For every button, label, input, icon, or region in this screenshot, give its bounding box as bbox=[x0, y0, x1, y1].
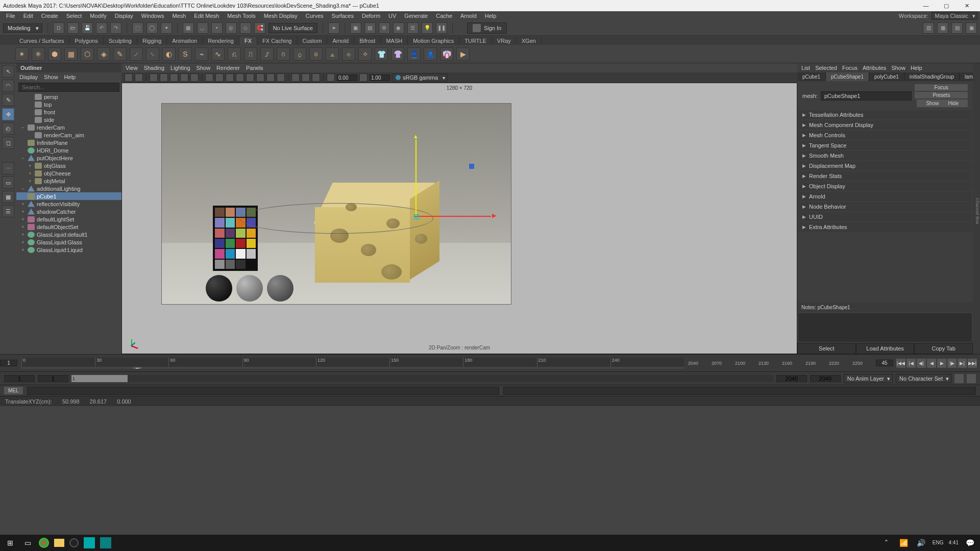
shelf-tab-polygons[interactable]: Polygons bbox=[69, 37, 103, 45]
shelf-icon-6[interactable]: ✎ bbox=[113, 47, 127, 61]
menu-curves[interactable]: Curves bbox=[302, 12, 328, 19]
outliner-item-top[interactable]: top bbox=[16, 101, 121, 108]
snap-center-icon[interactable]: ◎ bbox=[226, 22, 237, 34]
menu-arnold[interactable]: Arnold bbox=[456, 12, 481, 19]
shelf-icon-10[interactable]: S bbox=[179, 47, 192, 61]
menu-edit-mesh[interactable]: Edit Mesh bbox=[190, 12, 223, 19]
anim-layer-dropdown[interactable]: No Anim Layer bbox=[844, 374, 893, 383]
vp-ao-icon[interactable] bbox=[256, 73, 264, 82]
taskbar-clock[interactable]: 4:41 bbox=[949, 540, 959, 545]
shelf-tab-xgen[interactable]: XGen bbox=[517, 37, 542, 45]
paint-select-icon[interactable]: ✦ bbox=[161, 22, 172, 34]
outliner-item-objglass[interactable]: +objGlass bbox=[16, 162, 121, 169]
lasso-tool-icon[interactable]: ◠ bbox=[2, 80, 14, 92]
ae-action-copy-tab[interactable]: Copy Tab bbox=[914, 343, 973, 354]
ae-notes-textarea[interactable] bbox=[798, 313, 972, 342]
task-view-icon[interactable]: ▭ bbox=[21, 537, 34, 549]
vp-camera-icon[interactable] bbox=[125, 73, 133, 82]
panel-layout-icon-2[interactable]: ▦ bbox=[937, 22, 948, 34]
shelf-tab-bifrost[interactable]: Bifrost bbox=[354, 37, 381, 45]
command-input[interactable] bbox=[27, 387, 500, 395]
ae-presets-button[interactable]: Presets bbox=[915, 92, 968, 98]
outliner-item-glassliquid-liquid[interactable]: +GlassLiquid:Liquid bbox=[16, 246, 121, 254]
step-back-key-icon[interactable]: |◀ bbox=[906, 359, 916, 368]
ae-section-tessellation-attributes[interactable]: ▶Tessellation Attributes bbox=[798, 110, 972, 119]
tray-net-icon[interactable]: 📶 bbox=[898, 537, 910, 549]
outliner-menu-help[interactable]: Help bbox=[64, 74, 76, 80]
obs-icon[interactable] bbox=[69, 538, 79, 547]
ae-menu-selected[interactable]: Selected bbox=[815, 65, 837, 71]
hypershade-icon[interactable]: ◉ bbox=[393, 22, 404, 34]
outliner-item-defaultlightset[interactable]: +defaultLightSet bbox=[16, 215, 121, 223]
ae-section-smooth-mesh[interactable]: ▶Smooth Mesh bbox=[798, 151, 972, 160]
timeline-ruler[interactable]: 0306090120150180210240 45 bbox=[21, 358, 684, 369]
ae-section-extra-attributes[interactable]: ▶Extra Attributes bbox=[798, 222, 972, 232]
menu-display[interactable]: Display bbox=[111, 12, 137, 19]
viewport-menu-renderer[interactable]: Renderer bbox=[216, 65, 240, 71]
range-track[interactable]: 1 bbox=[71, 375, 773, 382]
outliner-item-additionallighting[interactable]: −additionalLighting bbox=[16, 185, 121, 192]
ae-menu-help[interactable]: Help bbox=[911, 65, 922, 71]
menu-file[interactable]: File bbox=[2, 12, 19, 19]
vp-image-plane-icon[interactable] bbox=[190, 73, 199, 82]
panel-layout-icon-4[interactable]: ▣ bbox=[966, 22, 977, 34]
ae-tab-pcubeshape1[interactable]: pCubeShape1 bbox=[826, 72, 869, 81]
scale-tool-icon[interactable]: ◻ bbox=[2, 137, 14, 149]
outliner-tree[interactable]: persptopfrontside−renderCamrenderCam_aim… bbox=[16, 93, 121, 354]
shelf-icon-2[interactable]: ⬢ bbox=[48, 47, 61, 61]
outliner-item-rendercam[interactable]: −renderCam bbox=[16, 123, 121, 131]
menu-cache[interactable]: Cache bbox=[432, 12, 456, 19]
undo-icon[interactable]: ↶ bbox=[96, 22, 107, 34]
ae-menu-focus[interactable]: Focus bbox=[842, 65, 857, 71]
shelf-tab-turtle[interactable]: TURTLE bbox=[459, 37, 492, 45]
shelf-icon-26[interactable]: 👘 bbox=[440, 47, 453, 61]
chrome-icon[interactable] bbox=[39, 538, 49, 548]
shelf-icon-8[interactable]: ⟍ bbox=[146, 47, 159, 61]
shelf-tab-rigging[interactable]: Rigging bbox=[137, 37, 167, 45]
ae-section-mesh-controls[interactable]: ▶Mesh Controls bbox=[798, 131, 972, 140]
vp-bookmark-icon[interactable] bbox=[135, 73, 143, 82]
ae-section-node-behavior[interactable]: ▶Node Behavior bbox=[798, 202, 972, 211]
select-mode-icon[interactable]: ⬚ bbox=[132, 22, 143, 34]
panel-layout-icon-1[interactable]: ▥ bbox=[923, 22, 934, 34]
outliner-toggle-icon[interactable]: ☰ bbox=[2, 205, 14, 217]
ipr-icon[interactable]: ▤ bbox=[364, 22, 376, 34]
outliner-item-pcube1[interactable]: pCube1 bbox=[16, 192, 121, 200]
prefs-icon[interactable] bbox=[967, 374, 976, 383]
viewport-menu-lighting[interactable]: Lighting bbox=[170, 65, 190, 71]
vp-grid-icon[interactable] bbox=[180, 73, 188, 82]
step-fwd-key-icon[interactable]: ▶| bbox=[958, 359, 967, 368]
menu-generate[interactable]: Generate bbox=[400, 12, 432, 19]
shelf-icon-0[interactable]: ✴ bbox=[15, 47, 29, 61]
shelf-icon-15[interactable]: ⎎ bbox=[260, 47, 274, 61]
shelf-icon-24[interactable]: 👖 bbox=[407, 47, 421, 61]
menu-edit[interactable]: Edit bbox=[19, 12, 37, 19]
vp-exposure-icon[interactable] bbox=[327, 73, 335, 82]
ae-action-load-attributes[interactable]: Load Attributes bbox=[856, 343, 915, 354]
menu-mesh-tools[interactable]: Mesh Tools bbox=[223, 12, 259, 19]
shelf-icon-20[interactable]: ⟐ bbox=[342, 47, 355, 61]
play-back-icon[interactable]: ◀ bbox=[927, 359, 936, 368]
shelf-icon-9[interactable]: ◐ bbox=[162, 47, 176, 61]
paint-tool-icon[interactable]: ✎ bbox=[2, 94, 14, 106]
vp-shadow-icon[interactable] bbox=[246, 73, 254, 82]
shelf-icon-16[interactable]: ⎏ bbox=[277, 47, 290, 61]
last-tool-icon[interactable]: ⋯ bbox=[2, 162, 14, 174]
menu-select[interactable]: Select bbox=[62, 12, 86, 19]
viewport-menu-show[interactable]: Show bbox=[197, 65, 211, 71]
shelf-tab-animation[interactable]: Animation bbox=[167, 37, 203, 45]
tray-vol-icon[interactable]: 🔊 bbox=[915, 537, 927, 549]
vp-shaded-icon[interactable] bbox=[215, 73, 224, 82]
minimize-button[interactable]: — bbox=[916, 0, 936, 11]
menu-deform[interactable]: Deform bbox=[358, 12, 384, 19]
ae-node-name-input[interactable] bbox=[821, 91, 912, 101]
shelf-icon-18[interactable]: ⎑ bbox=[309, 47, 323, 61]
play-icon[interactable]: ▶ bbox=[937, 359, 946, 368]
ae-section-object-display[interactable]: ▶Object Display bbox=[798, 182, 972, 191]
ae-tab-pcube1[interactable]: pCube1 bbox=[797, 72, 826, 81]
ae-section-render-stats[interactable]: ▶Render Stats bbox=[798, 171, 972, 181]
shelf-tab-custom[interactable]: Custom bbox=[298, 37, 328, 45]
vp-isolate-icon[interactable] bbox=[291, 73, 300, 82]
character-set-dropdown[interactable]: No Character Set bbox=[896, 374, 951, 383]
shelf-icon-25[interactable]: 👗 bbox=[424, 47, 437, 61]
